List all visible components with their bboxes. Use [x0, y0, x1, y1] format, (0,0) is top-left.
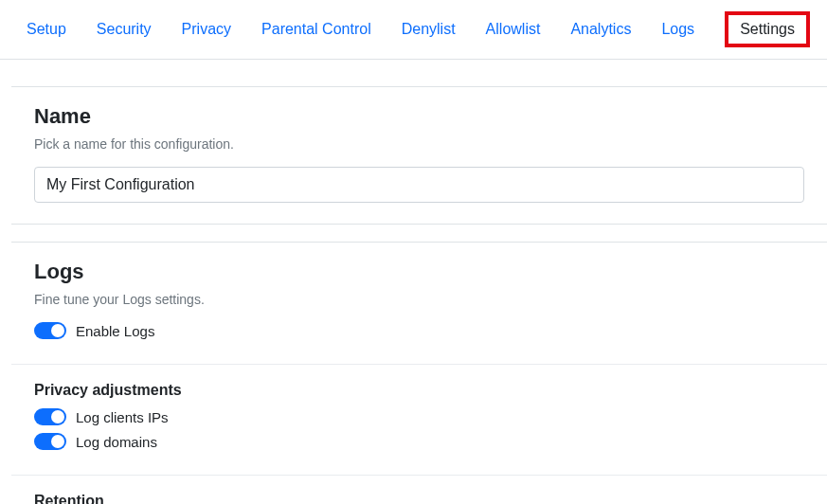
tab-setup[interactable]: Setup — [27, 21, 66, 38]
name-title: Name — [34, 104, 804, 129]
retention-title: Retention — [34, 493, 804, 504]
tab-parental-control[interactable]: Parental Control — [261, 21, 371, 38]
configuration-name-input[interactable] — [34, 167, 804, 203]
tab-settings-active-highlight: Settings — [725, 11, 810, 47]
tab-privacy[interactable]: Privacy — [182, 21, 231, 38]
logs-main-block: Logs Fine tune your Logs settings. Enabl… — [11, 243, 827, 364]
name-subtitle: Pick a name for this configuration. — [34, 136, 804, 152]
retention-block: Retention — [11, 475, 827, 504]
log-clients-ips-toggle[interactable] — [34, 408, 66, 425]
log-clients-ips-label: Log clients IPs — [76, 409, 169, 425]
name-panel: Name Pick a name for this configuration. — [11, 86, 827, 225]
logs-title: Logs — [34, 260, 804, 284]
log-clients-ips-row: Log clients IPs — [34, 408, 804, 425]
log-domains-row: Log domains — [34, 433, 804, 450]
logs-panel: Logs Fine tune your Logs settings. Enabl… — [11, 242, 827, 504]
tab-bar: Setup Security Privacy Parental Control … — [0, 0, 827, 60]
tab-analytics[interactable]: Analytics — [570, 21, 631, 38]
logs-subtitle: Fine tune your Logs settings. — [34, 292, 804, 307]
log-domains-toggle[interactable] — [34, 433, 66, 450]
tab-settings[interactable]: Settings — [740, 21, 795, 37]
tab-security[interactable]: Security — [97, 21, 152, 38]
privacy-adjustments-title: Privacy adjustments — [34, 382, 804, 399]
enable-logs-row: Enable Logs — [34, 322, 804, 339]
enable-logs-toggle[interactable] — [34, 322, 66, 339]
privacy-adjustments-block: Privacy adjustments Log clients IPs Log … — [11, 364, 827, 475]
tab-denylist[interactable]: Denylist — [402, 21, 456, 38]
tab-logs[interactable]: Logs — [661, 21, 694, 38]
log-domains-label: Log domains — [76, 434, 157, 450]
enable-logs-label: Enable Logs — [76, 323, 154, 339]
tab-allowlist[interactable]: Allowlist — [486, 21, 541, 38]
